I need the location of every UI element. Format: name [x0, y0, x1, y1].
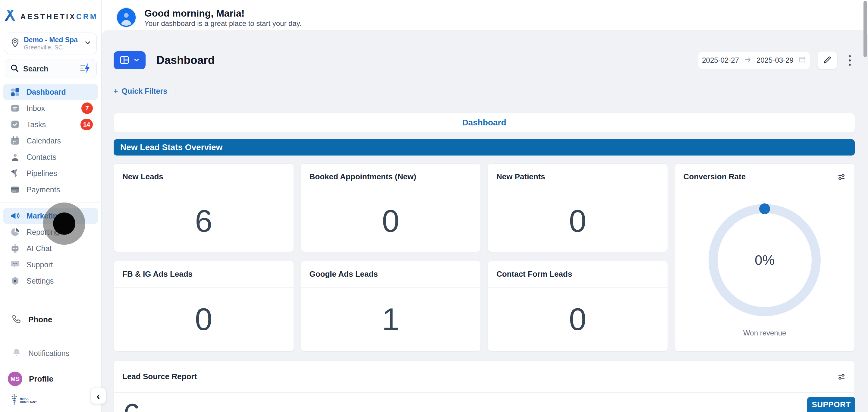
chevron-down-icon: [133, 56, 140, 64]
sidebar-item-label: Pipelines: [27, 169, 57, 178]
tab-dashboard[interactable]: Dashboard: [462, 118, 506, 127]
sidebar-item-reporting[interactable]: Reporting: [3, 224, 98, 240]
notifications-button[interactable]: Notifications: [0, 348, 101, 359]
sidebar-divider: [0, 202, 101, 203]
sidebar-item-label: Contacts: [27, 153, 56, 162]
dashboard-content: Dashboard 2025-02-27 2025-03-29: [101, 30, 868, 412]
card-title: Lead Source Report: [122, 372, 197, 381]
gear-icon: [10, 276, 21, 286]
chat-bubble-icon: [10, 259, 21, 270]
dashboard-toolbar: Dashboard 2025-02-27 2025-03-29: [114, 51, 855, 69]
brand-logo-icon: [3, 9, 17, 24]
profile-label: Profile: [29, 374, 53, 384]
sidebar-nav-secondary: Marketing Reporting AI Chat Support: [0, 208, 101, 289]
sidebar-item-pipelines[interactable]: Pipelines: [3, 165, 98, 182]
stats-grid: New Leads 6 Booked Appointments (New) 0 …: [114, 163, 855, 351]
hipaa-compliant-badge: HIPAACOMPLIANT: [0, 394, 101, 407]
quick-filters-label: Quick Filters: [122, 87, 167, 96]
main-area: Good morning, Maria! Your dashboard is a…: [101, 0, 868, 412]
section-banner: New Lead Stats Overview: [114, 139, 855, 156]
card-value: 0: [569, 203, 587, 239]
top-header: Good morning, Maria! Your dashboard is a…: [101, 0, 868, 35]
app-root: AESTHETIXCRM Demo - Med Spa Greenville, …: [0, 0, 868, 412]
sidebar-item-tasks[interactable]: Tasks 14: [3, 116, 98, 133]
card-value: 1: [382, 302, 399, 337]
date-range-picker[interactable]: 2025-02-27 2025-03-29: [698, 51, 810, 69]
date-end: 2025-03-29: [756, 56, 794, 64]
card-title: New Leads: [122, 172, 163, 182]
dashboard-grid-icon: [10, 87, 21, 97]
quick-filters-row: + Quick Filters: [114, 86, 855, 96]
robot-icon: [10, 243, 21, 254]
sidebar-item-contacts[interactable]: Contacts: [3, 149, 98, 165]
user-avatar[interactable]: [116, 7, 136, 28]
stat-card-fb-ig-leads: FB & IG Ads Leads 0: [114, 261, 294, 351]
credit-card-icon: [10, 184, 21, 195]
phone-icon: [11, 314, 22, 325]
contact-person-icon: [10, 152, 21, 162]
brand-logo-text: AESTHETIXCRM: [20, 12, 98, 21]
plus-icon: +: [114, 87, 118, 96]
stat-card-contact-form-leads: Contact Form Leads 0: [488, 261, 668, 351]
sidebar-item-label: AI Chat: [27, 244, 52, 253]
caduceus-icon: [10, 394, 18, 407]
sidebar-item-dashboard[interactable]: Dashboard: [3, 84, 98, 100]
sidebar-item-label: Tasks: [27, 120, 46, 129]
card-title: Booked Appointments (New): [310, 172, 416, 182]
sidebar-item-settings[interactable]: Settings: [3, 273, 98, 289]
sidebar-item-label: Marketing: [27, 212, 62, 220]
location-selector[interactable]: Demo - Med Spa Greenville, SC: [5, 33, 97, 54]
funnel-icon: [10, 168, 21, 179]
sidebar-item-payments[interactable]: Payments: [3, 182, 98, 198]
location-sub: Greenville, SC: [24, 44, 80, 51]
quick-filters-button[interactable]: + Quick Filters: [114, 87, 167, 96]
card-options-button[interactable]: [837, 172, 846, 182]
inbox-icon: [10, 103, 21, 114]
sidebar-item-calendars[interactable]: Calendars: [3, 133, 98, 149]
stat-card-booked-appointments: Booked Appointments (New) 0: [301, 163, 481, 252]
phone-button[interactable]: Phone: [0, 314, 101, 325]
sidebar-item-marketing[interactable]: Marketing: [3, 208, 98, 224]
sidebar-item-label: Payments: [27, 185, 60, 194]
lead-source-report-card: Lead Source Report 6: [114, 360, 855, 412]
sidebar-item-ai-chat[interactable]: AI Chat: [3, 240, 98, 256]
support-button[interactable]: SUPPORT: [807, 397, 855, 412]
bell-icon: [11, 348, 22, 359]
sidebar-item-label: Dashboard: [27, 88, 66, 96]
sidebar-item-label: Support: [27, 260, 53, 269]
card-value: 0: [382, 203, 399, 239]
search-icon: [10, 64, 19, 74]
search-placeholder: Search: [23, 64, 75, 73]
card-options-button[interactable]: [837, 372, 846, 381]
dashboard-tabbar: Dashboard: [114, 113, 855, 132]
search-input[interactable]: Search: [5, 59, 97, 78]
card-title: Contact Form Leads: [496, 270, 572, 279]
sidebar-item-support[interactable]: Support: [3, 256, 98, 273]
date-start: 2025-02-27: [702, 56, 739, 64]
page-title: Dashboard: [156, 54, 215, 67]
dashboard-selector-button[interactable]: [114, 51, 146, 69]
more-options-kebab[interactable]: [844, 51, 855, 69]
megaphone-icon: [10, 210, 21, 221]
card-title: Conversion Rate: [684, 172, 746, 182]
greeting-title: Good morning, Maria!: [144, 7, 302, 19]
tasks-check-icon: [10, 119, 21, 130]
hipaa-line1: HIPAA: [20, 397, 37, 401]
card-title: New Patients: [496, 172, 545, 182]
conversion-donut-chart: 0%: [709, 204, 821, 316]
sidebar-footer: Phone Notifications MS Profile HIPAACOMP…: [0, 314, 101, 412]
pencil-icon: [823, 56, 832, 65]
sidebar-collapse-button[interactable]: ‹: [90, 388, 106, 404]
quick-filters-divider: [175, 86, 176, 96]
edit-dashboard-button[interactable]: [817, 51, 837, 69]
card-value: 0: [569, 302, 587, 337]
brand-logo: AESTHETIXCRM: [0, 9, 101, 24]
sidebar-item-inbox[interactable]: Inbox 7: [3, 100, 98, 116]
calendar-icon: [798, 56, 806, 65]
conversion-value: 0%: [709, 204, 821, 316]
arrow-right-icon: [744, 56, 752, 64]
tasks-badge: 14: [81, 119, 93, 130]
inbox-badge: 7: [82, 102, 93, 114]
profile-button[interactable]: MS Profile: [0, 372, 101, 386]
vertical-scrollbar-thumb[interactable]: [864, 1, 867, 57]
